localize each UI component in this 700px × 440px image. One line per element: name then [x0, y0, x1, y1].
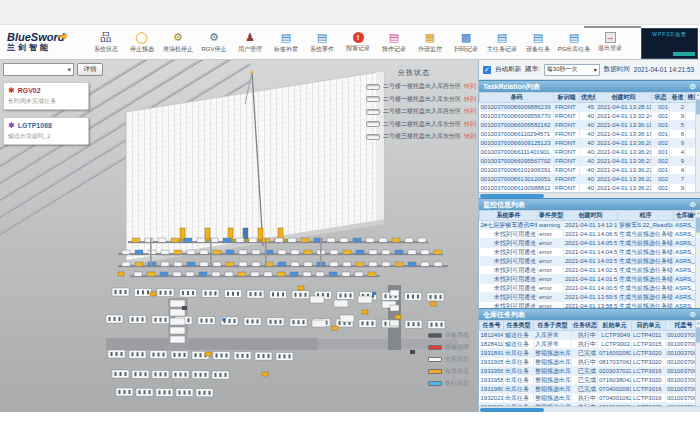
main-toolbar: BlueSword 兰剑智能 品系统状态◯停止拣选⚙堆垛机停止⚙RGV停止♟用户… [0, 25, 700, 60]
column-header[interactable]: 事件类型 [538, 211, 564, 221]
sort-status-checkbox[interactable] [366, 96, 380, 102]
detail-button[interactable]: 详情 [77, 63, 103, 76]
column-header[interactable]: 任务子类型 [534, 321, 572, 331]
scrollbar-thumb[interactable] [480, 194, 544, 198]
column-header[interactable]: 程序 [618, 211, 674, 221]
toolbar-item-rgv-stop[interactable]: ⚙RGV停止 [196, 31, 232, 54]
table-row[interactable]: 1828411输送任务入库异常执行中LCTP3002LCTP3015001003… [480, 340, 700, 349]
auto-refresh-checkbox[interactable]: ✓ [483, 66, 491, 74]
toolbar-item-user-management[interactable]: ♟用户管理 [232, 31, 268, 54]
table-cell: 002 [652, 112, 670, 121]
table-row[interactable]: 未找到可用通道error2021-04-01 14:06:57生成当前拣选任务错… [480, 230, 700, 239]
toolbar-item-system-status[interactable]: 品系统状态 [88, 31, 124, 54]
column-header[interactable]: 任务号 [480, 321, 504, 331]
toolbar-item-pg-outbound-task[interactable]: ▤PG出库任务 [556, 31, 592, 54]
table-cell: 1932021 [480, 394, 504, 403]
device-alert-card[interactable]: ✱LGTP1068输送出货超时_2 [3, 117, 89, 145]
table-row[interactable]: 001003700066095567702FRONT402021-04-01 1… [480, 157, 700, 166]
column-header[interactable]: 巷道 [670, 93, 686, 103]
column-header[interactable]: 目的单元 [632, 321, 666, 331]
toolbar-item-operation-record[interactable]: ▤操作记录 [376, 31, 412, 54]
table-row[interactable]: 001003700066111401901FRONT402021-04-01 1… [480, 148, 700, 157]
table-row[interactable]: 1931905出库任务整箱拣选出库执行中0817037061LCTP302000… [480, 358, 700, 367]
table-row[interactable]: 001003700066110294571FRONT402021-04-01 1… [480, 130, 700, 139]
table-row[interactable]: 1812464输送任务入库异常执行中LCTP3049LCTP4011001003… [480, 331, 700, 340]
scene-preview-window[interactable]: WPF3D场景 [641, 28, 698, 59]
toolbar-item-stacker-stop[interactable]: ⚙堆垛机停止 [160, 31, 196, 54]
frequency-select[interactable]: 每30秒一次 ▾ [544, 64, 600, 76]
goto-link[interactable]: 转到 [464, 120, 476, 129]
table-row[interactable]: 未找到可用通道error2021-04-01 14:02:55生成当前拣选任务错… [480, 266, 700, 275]
table-row[interactable]: 001003700066100988812FRONT402021-04-01 1… [480, 184, 700, 193]
toolbar-item-system-events[interactable]: ▤系统事件 [304, 31, 340, 54]
wcs-monitor-app: BlueSword 兰剑智能 品系统状态◯停止拣选⚙堆垛机停止⚙RGV停止♟用户… [0, 0, 700, 440]
column-header[interactable]: 创建时间 [596, 93, 652, 103]
table-cell: 9 [670, 112, 686, 121]
table-row[interactable]: 1931956出库任务整箱拣选出库已完成0203037022LCTP301600… [480, 367, 700, 376]
table-row[interactable]: 未找到可用通道error2021-04-01 13:59:51生成当前拣选任务错… [480, 293, 700, 302]
panel-settings-icon[interactable]: ⊙ [689, 310, 696, 319]
scrollbar-thumb[interactable] [696, 99, 700, 115]
column-header[interactable]: 状态 [652, 93, 670, 103]
scrollbar-thumb[interactable] [696, 327, 700, 343]
table-row[interactable]: 未找到可用通道error2021-04-01 14:04:56生成当前拣选任务错… [480, 248, 700, 257]
vertical-scrollbar[interactable]: ▴ [695, 210, 700, 308]
toolbar-item-label: PG出库任务 [558, 45, 591, 54]
table-row[interactable]: 001003700066101906391FRONT402021-04-01 1… [480, 166, 700, 175]
table-row[interactable]: 未找到可用通道error2021-04-01 14:05:56生成当前拣选任务错… [480, 239, 700, 248]
goto-link[interactable]: 转到 [464, 82, 476, 91]
table-row[interactable]: 001003700066009556770FRONT402021-04-01 1… [480, 112, 700, 121]
toolbar-item-peripheral-monitor[interactable]: ▦外设监控 [412, 31, 448, 54]
scrollbar-thumb[interactable] [696, 217, 700, 233]
toolbar-item-scan-record[interactable]: ▩扫码记录 [448, 31, 484, 54]
panel-settings-icon[interactable]: ⊙ [689, 200, 696, 209]
horizontal-scrollbar[interactable] [479, 192, 700, 198]
toolbar-item-logout[interactable]: →退出登录 [592, 31, 628, 54]
goto-link[interactable]: 转到 [464, 132, 476, 141]
toolbar-item-alarm-record[interactable]: !报警记录 [340, 31, 376, 54]
table-cell: 001003700066130120051 [480, 175, 554, 184]
toolbar-item-stop-picking[interactable]: ◯停止拣选 [124, 31, 160, 54]
column-header[interactable]: 优先级 [580, 93, 596, 103]
sort-status-checkbox[interactable] [366, 134, 380, 140]
column-header[interactable]: 条码 [480, 93, 554, 103]
table-row[interactable]: 001003700066009582162FRONT402021-04-01 1… [480, 121, 700, 130]
table-row[interactable]: 1932021出库任务整箱拣选出库执行中0704001062LCTP301600… [480, 394, 700, 403]
vertical-scrollbar[interactable]: ▴ [695, 92, 700, 192]
table-row[interactable]: 1931891出库任务整箱拣选出库已完成0716002082LCTP302000… [480, 349, 700, 358]
column-header[interactable]: 标识端 [554, 93, 580, 103]
table-row[interactable]: 1931958出库任务整箱拣选出库已完成0716038042LCTP302000… [480, 376, 700, 385]
table-row[interactable]: 2#七层穿梭车通讯中断未连接warning2021-04-01 14:12:12… [480, 221, 700, 230]
goto-link[interactable]: 转到 [464, 107, 476, 116]
table-cell: 40 [580, 139, 596, 148]
table-cell: 未找到可用通道 [480, 257, 538, 266]
table-cell: 2021-04-01 13:32:24 [596, 112, 652, 121]
device-alert-card[interactable]: ✱RGV02长时间未完成任务 [3, 82, 89, 110]
table-row[interactable]: 001003700066009886239FRONT452021-04-01 1… [480, 103, 700, 112]
device-filter-select[interactable]: ▾ [3, 63, 74, 76]
table-row[interactable]: 1931980出库任务整箱拣选出库已完成0704002081LCTP301600… [480, 385, 700, 394]
table-row[interactable]: 未找到可用通道error2021-04-01 14:00:52生成当前拣选任务错… [480, 284, 700, 293]
sort-status-checkbox[interactable] [366, 121, 380, 127]
table-row[interactable]: 001003700066130120051FRONT402021-04-01 1… [480, 175, 700, 184]
column-header[interactable]: 任务状态 [572, 321, 598, 331]
vertical-scrollbar[interactable]: ▴ [695, 320, 700, 406]
warehouse-3d-viewport[interactable]: ▾ 详情 ✱RGV02长时间未完成任务✱LGTP1068输送出货超时_2 分拣状… [0, 60, 478, 412]
toolbar-item-label-reissue[interactable]: ▤标签补发 [268, 31, 304, 54]
sort-status-checkbox[interactable] [366, 109, 380, 115]
column-header[interactable]: 系统事件 [480, 211, 538, 221]
goto-link[interactable]: 转到 [464, 95, 476, 104]
column-header[interactable]: 创建时间 [564, 211, 618, 221]
table-row[interactable]: 未找到可用通道error2021-04-01 14:03:56生成当前拣选任务错… [480, 257, 700, 266]
column-header[interactable]: 起始单元 [598, 321, 632, 331]
toolbar-item-device-task[interactable]: ▤设备任务 [520, 31, 556, 54]
table-row[interactable]: 未找到可用通道error2021-04-01 13:58:50生成当前拣选任务错… [480, 302, 700, 309]
table-row[interactable]: 001003700066009125123FRONT402021-04-01 1… [480, 139, 700, 148]
table-row[interactable]: 未找到可用通道error2021-04-01 14:01:54生成当前拣选任务错… [480, 275, 700, 284]
sort-status-checkbox[interactable] [366, 84, 380, 90]
sort-status-label: 二号楼二楼托盘出入库东分区 [383, 120, 461, 129]
toolbar-item-main-task-record[interactable]: ▤主任务记录 [484, 31, 520, 54]
table-cell: LCTP4011 [632, 331, 666, 340]
panel-settings-icon[interactable]: ⊙ [689, 82, 696, 91]
column-header[interactable]: 任务类型 [504, 321, 534, 331]
